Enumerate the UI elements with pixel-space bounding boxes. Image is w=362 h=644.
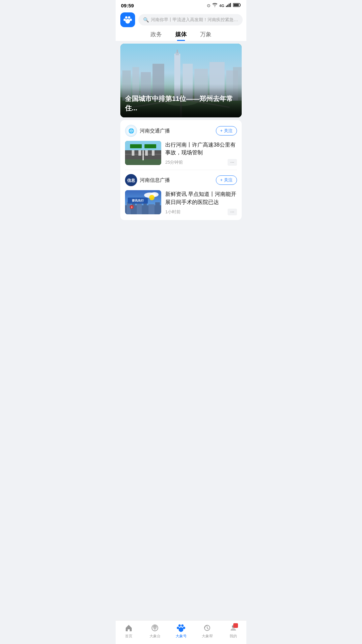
hero-overlay: 全国城市中排第11位——郑州去年常住...: [120, 84, 242, 117]
home-icon: [124, 623, 133, 633]
svg-rect-38: [138, 150, 141, 156]
svg-rect-36: [125, 159, 161, 165]
svg-text:🌐: 🌐: [128, 128, 134, 134]
svg-rect-2: [229, 4, 230, 7]
news-meta-2: 1小时前 ⋯: [165, 209, 237, 215]
tv-icon: [150, 623, 160, 633]
svg-text:资讯先行: 资讯先行: [132, 199, 144, 202]
nav-label-tv: 大象台: [149, 634, 161, 639]
svg-point-10: [125, 19, 130, 23]
nav-label-help: 大象帮: [202, 634, 213, 639]
svg-text:🎙: 🎙: [131, 206, 133, 209]
battery-icon: [233, 3, 241, 8]
timer-icon: ⊙: [207, 3, 210, 8]
svg-rect-34: [125, 154, 161, 155]
svg-point-62: [181, 625, 184, 627]
news-time-2: 1小时前: [165, 209, 181, 215]
svg-point-48: [149, 195, 155, 200]
content-area: 全国城市中排第11位——郑州去年常住... 🌐 河南交通广播 + 关注: [116, 44, 246, 247]
news-thumb-1: [125, 141, 161, 165]
svg-point-6: [125, 16, 127, 19]
status-bar: 09:59 ⊙ 4G: [116, 0, 246, 10]
source-avatar-info: 信息: [125, 174, 137, 186]
svg-rect-39: [145, 150, 148, 156]
source-name-1: 河南交通广播: [140, 128, 170, 134]
source-name-2: 河南信息广播: [140, 177, 170, 183]
svg-rect-40: [152, 150, 155, 156]
svg-text:信息: 信息: [127, 178, 135, 183]
more-btn-1[interactable]: ⋯: [228, 159, 237, 166]
source-header-2: 信息 河南信息广播 + 关注: [125, 174, 237, 186]
news-title-2: 新鲜资讯 早点知道丨河南能开展日间手术的医院已达: [165, 190, 237, 206]
news-item-1[interactable]: 出行河南丨许广高速38公里有事故，现场管制 25分钟前 ⋯: [125, 141, 237, 166]
svg-point-64: [183, 627, 185, 629]
svg-rect-5: [234, 4, 239, 6]
news-meta-1: 25分钟前 ⋯: [165, 159, 237, 166]
svg-rect-55: [155, 202, 160, 214]
svg-rect-42: [144, 144, 156, 148]
svg-rect-41: [130, 144, 142, 148]
svg-point-61: [178, 625, 181, 627]
hero-title: 全国城市中排第11位——郑州去年常住...: [125, 94, 237, 113]
thumb-road-image: [125, 141, 161, 165]
refresh-icon: [202, 623, 212, 633]
more-btn-2[interactable]: ⋯: [228, 209, 237, 215]
nav-label-profile: 我的: [230, 634, 237, 639]
news-thumb-2: 资讯先行 🎙: [125, 190, 161, 214]
bottom-nav: 首页 大象台 大象号: [116, 620, 246, 644]
svg-rect-0: [226, 6, 227, 7]
svg-point-65: [179, 627, 183, 632]
person-icon: [229, 623, 238, 633]
tab-wanxiang[interactable]: 万象: [200, 31, 212, 41]
tab-media[interactable]: 媒体: [175, 31, 187, 41]
tab-bar: 政务 媒体 万象: [116, 27, 246, 41]
thumb-morning-image: 资讯先行 🎙: [125, 190, 161, 214]
search-icon: 🔍: [143, 17, 149, 22]
news-card: 🌐 河南交通广播 + 关注: [120, 120, 242, 220]
source-left-1: 🌐 河南交通广播: [125, 125, 170, 137]
status-icons: ⊙ 4G: [207, 3, 241, 8]
header: 🔍 河南你早丨甲流进入高发期！河南疾控紧急提醒；...: [116, 10, 246, 27]
nav-label-paw: 大象号: [176, 634, 187, 639]
news-item-2[interactable]: 资讯先行 🎙 新鲜资讯 早点知道丨河南能开展日间手术的医院已达 1小时前 ⋯: [125, 190, 237, 215]
news-content-1: 出行河南丨许广高速38公里有事故，现场管制 25分钟前 ⋯: [165, 141, 237, 166]
news-section-2: 信息 河南信息广播 + 关注: [125, 174, 237, 215]
svg-rect-3: [230, 3, 231, 7]
nav-item-home[interactable]: 首页: [119, 623, 139, 639]
svg-rect-54: [148, 204, 155, 214]
svg-rect-52: [137, 203, 142, 214]
news-content-2: 新鲜资讯 早点知道丨河南能开展日间手术的医院已达 1小时前 ⋯: [165, 190, 237, 215]
news-time-1: 25分钟前: [165, 159, 183, 165]
search-placeholder: 河南你早丨甲流进入高发期！河南疾控紧急提醒；...: [151, 17, 238, 23]
source-left-2: 信息 河南信息广播: [125, 174, 170, 186]
svg-rect-37: [132, 150, 134, 156]
svg-point-7: [128, 16, 130, 19]
wifi-icon: [212, 3, 218, 8]
source-avatar-traffic: 🌐: [125, 125, 137, 137]
nav-item-tv[interactable]: 大象台: [145, 623, 165, 639]
news-title-1: 出行河南丨许广高速38公里有事故，现场管制: [165, 141, 237, 156]
follow-btn-2[interactable]: + 关注: [216, 175, 237, 185]
follow-btn-1[interactable]: + 关注: [216, 126, 237, 136]
news-section-1: 🌐 河南交通广播 + 关注: [125, 125, 237, 166]
nav-item-help[interactable]: 大象帮: [197, 623, 217, 639]
svg-point-63: [177, 627, 179, 629]
tab-politics[interactable]: 政务: [150, 31, 162, 41]
divider: [125, 170, 237, 170]
network-4g: 4G: [219, 4, 224, 8]
nav-item-paw[interactable]: 大象号: [171, 623, 191, 639]
nav-label-home: 首页: [125, 634, 132, 639]
search-bar[interactable]: 🔍 河南你早丨甲流进入高发期！河南疾控紧急提醒；...: [138, 14, 243, 25]
svg-rect-1: [227, 5, 228, 7]
source-header-1: 🌐 河南交通广播 + 关注: [125, 125, 237, 137]
status-time: 09:59: [121, 3, 134, 8]
app-logo[interactable]: [120, 12, 135, 27]
signal-icon: [226, 3, 231, 8]
paw-icon: [176, 623, 186, 633]
nav-item-profile[interactable]: 我的: [223, 623, 243, 639]
hero-banner[interactable]: 全国城市中排第11位——郑州去年常住...: [120, 44, 242, 117]
